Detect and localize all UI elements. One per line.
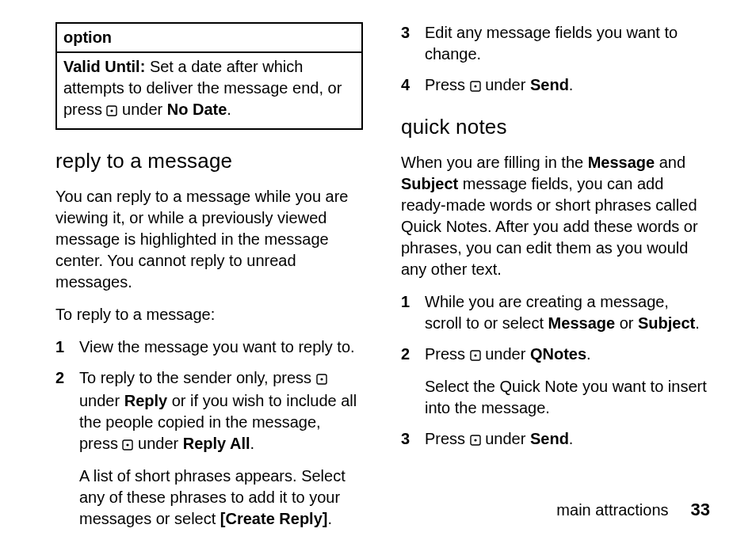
svg-point-1 — [111, 109, 113, 112]
text: . — [327, 510, 332, 527]
text: under — [481, 76, 530, 93]
label-send: Send — [530, 76, 569, 93]
label-reply-all: Reply All — [183, 435, 250, 452]
step-body: To reply to the sender only, press under… — [79, 367, 363, 530]
heading-reply: reply to a message — [55, 147, 363, 175]
text: . — [569, 430, 574, 447]
page-footer: main attractions 33 — [556, 498, 710, 522]
softkey-icon — [470, 76, 481, 97]
left-column: option Valid Until: Set a date after whi… — [55, 22, 363, 507]
softkey-icon — [470, 430, 481, 451]
text: under — [481, 345, 530, 363]
svg-point-7 — [474, 85, 476, 87]
text: Press — [425, 430, 470, 447]
softkey-icon — [470, 345, 481, 367]
qn-step-3: 3 Press under Send. — [401, 428, 708, 451]
label-message: Message — [548, 314, 616, 332]
text: under — [133, 435, 182, 452]
softkey-icon — [316, 369, 327, 390]
page-number: 33 — [691, 498, 710, 522]
step-body: Press under Send. — [425, 74, 708, 97]
right-column: 3 Edit any message fields you want to ch… — [401, 22, 708, 507]
option-period: . — [227, 101, 231, 118]
text: and — [655, 154, 685, 171]
text: under — [481, 430, 530, 447]
step-number: 1 — [401, 291, 414, 334]
quicknotes-intro: When you are filling in the Message and … — [401, 152, 708, 280]
option-no-date: No Date — [167, 101, 227, 118]
step-body: Press under Send. — [425, 428, 708, 451]
step-number: 2 — [55, 367, 68, 530]
softkey-icon — [106, 101, 117, 122]
option-body: Valid Until: Set a date after which atte… — [57, 53, 361, 128]
label-reply: Reply — [124, 392, 167, 409]
text: . — [569, 76, 574, 93]
option-box: option Valid Until: Set a date after whi… — [55, 22, 363, 130]
text: . — [250, 435, 255, 452]
label-send: Send — [530, 430, 569, 447]
reply-step-4: 4 Press under Send. — [401, 74, 708, 97]
text: To reply to the sender only, press — [79, 369, 316, 386]
text: or — [615, 314, 638, 332]
option-valid-until-label: Valid Until: — [63, 58, 145, 75]
svg-point-11 — [474, 439, 476, 441]
qn2-para2: Select the Quick Note you want to insert… — [425, 376, 708, 419]
qn-step-2: 2 Press under QNotes. Select the Quick N… — [401, 344, 708, 419]
label-message: Message — [588, 154, 655, 171]
text: under — [79, 392, 124, 409]
step-number: 1 — [55, 336, 68, 358]
svg-point-9 — [474, 354, 476, 356]
option-text-2: under — [117, 101, 166, 118]
text: . — [695, 314, 700, 332]
reply-step-2: 2 To reply to the sender only, press und… — [55, 367, 363, 530]
qn2-para1: Press under QNotes. — [425, 344, 708, 367]
label-create-reply: [Create Reply] — [220, 510, 328, 527]
qn-step-1: 1 While you are creating a message, scro… — [401, 291, 708, 334]
label-subject: Subject — [638, 314, 695, 332]
step-body: While you are creating a message, scroll… — [425, 291, 708, 334]
step-number: 3 — [401, 428, 414, 451]
text: When you are filling in the — [401, 154, 588, 171]
svg-point-5 — [127, 443, 129, 446]
heading-quick-notes: quick notes — [401, 113, 708, 141]
step2-para1: To reply to the sender only, press under… — [79, 367, 363, 456]
svg-point-3 — [320, 378, 323, 380]
reply-step-3: 3 Edit any message fields you want to ch… — [401, 22, 708, 65]
reply-intro: You can reply to a message while you are… — [55, 186, 363, 293]
text: . — [586, 345, 591, 363]
text: Press — [425, 345, 470, 363]
step-body: Press under QNotes. Select the Quick Not… — [425, 344, 708, 419]
step-number: 4 — [401, 74, 414, 97]
step-body: View the message you want to reply to. — [79, 336, 363, 358]
footer-section-label: main attractions — [556, 500, 668, 521]
reply-step-1: 1 View the message you want to reply to. — [55, 336, 363, 358]
label-subject: Subject — [401, 175, 458, 192]
option-header: option — [57, 24, 361, 53]
step-number: 3 — [401, 22, 414, 65]
step-body: Edit any message fields you want to chan… — [425, 22, 708, 65]
text: Press — [425, 76, 470, 93]
softkey-icon — [122, 435, 133, 456]
reply-lead: To reply to a message: — [55, 304, 363, 325]
step2-para2: A list of short phrases appears. Select … — [79, 466, 363, 530]
page-content: option Valid Until: Set a date after whi… — [0, 0, 756, 507]
step-number: 2 — [401, 344, 414, 419]
label-qnotes: QNotes — [530, 345, 586, 363]
